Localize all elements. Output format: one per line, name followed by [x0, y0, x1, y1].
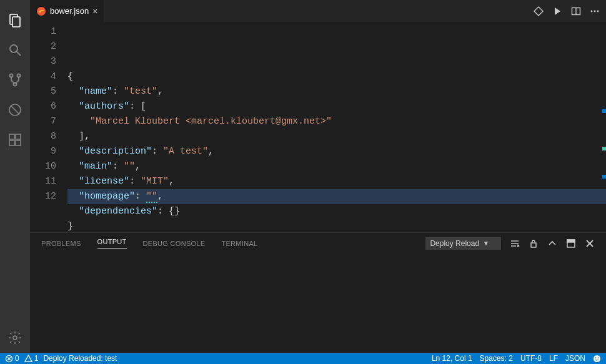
compare-changes-icon[interactable]: [534, 6, 544, 16]
panel-tab-output[interactable]: OUTPUT: [97, 238, 127, 248]
line-number: 12: [30, 189, 56, 204]
code-line: "authors": [: [67, 99, 606, 114]
line-number: 7: [30, 114, 56, 129]
code-line: "description": "A test",: [67, 144, 606, 159]
svg-point-4: [10, 74, 13, 77]
svg-rect-11: [9, 140, 14, 145]
source-control-icon[interactable]: [0, 65, 30, 95]
line-number: 1: [30, 24, 56, 39]
panel-tab-terminal[interactable]: TERMINAL: [221, 240, 257, 247]
svg-point-33: [594, 355, 600, 362]
clear-output-icon[interactable]: [510, 239, 520, 248]
status-ln-col[interactable]: Ln 12, Col 1: [432, 354, 472, 363]
editor-actions: [534, 0, 606, 22]
settings-gear-icon[interactable]: [0, 323, 30, 353]
output-body[interactable]: [30, 253, 606, 353]
line-number-gutter: 123456789101112: [30, 22, 67, 232]
code-line: "license": "MIT",: [67, 174, 606, 189]
status-warnings[interactable]: 1: [24, 354, 39, 363]
svg-point-2: [10, 45, 17, 52]
bower-file-icon: [36, 6, 46, 16]
status-encoding[interactable]: UTF-8: [520, 354, 542, 363]
editor-group: bower.json × 123456789101112: [30, 0, 606, 353]
svg-line-3: [17, 52, 21, 56]
line-number: 11: [30, 174, 56, 189]
line-number: 9: [30, 144, 56, 159]
bottom-panel: PROBLEMS OUTPUT DEBUG CONSOLE TERMINAL D…: [30, 232, 606, 353]
line-number: 6: [30, 99, 56, 114]
svg-rect-1: [12, 17, 20, 27]
code-line: "Marcel Kloubert <marcel.kloubert@gmx.ne…: [67, 114, 606, 129]
svg-rect-9: [9, 134, 14, 139]
panel-tab-bar: PROBLEMS OUTPUT DEBUG CONSOLE TERMINAL D…: [30, 233, 606, 253]
status-bar: 0 1 Deploy Reloaded: test Ln 12, Col 1 S…: [0, 353, 606, 364]
panel-tab-debug-console[interactable]: DEBUG CONSOLE: [143, 240, 206, 247]
close-panel-icon[interactable]: [585, 239, 595, 248]
svg-rect-12: [16, 140, 21, 145]
svg-rect-27: [567, 240, 575, 242]
code-line: }: [67, 219, 606, 232]
code-editor[interactable]: 123456789101112 { "name": "test", "autho…: [30, 22, 606, 232]
code-line: ],: [67, 129, 606, 144]
split-editor-icon[interactable]: [571, 6, 581, 16]
lock-scroll-icon[interactable]: [529, 239, 539, 248]
output-channel-select[interactable]: Deploy Reload ▼: [425, 237, 501, 250]
line-number: 10: [30, 159, 56, 174]
svg-rect-25: [531, 243, 536, 247]
explorer-icon[interactable]: [0, 5, 30, 35]
code-line: "dependencies": {}: [67, 204, 606, 219]
output-channel-label: Deploy Reload: [430, 239, 479, 248]
svg-point-13: [13, 336, 17, 340]
svg-point-34: [595, 357, 597, 358]
more-actions-icon[interactable]: [590, 6, 600, 16]
status-feedback-icon[interactable]: [593, 355, 601, 363]
tab-bar: bower.json ×: [30, 0, 606, 22]
search-icon[interactable]: [0, 35, 30, 65]
code-line: "main": "",: [67, 159, 606, 174]
svg-point-35: [598, 357, 599, 358]
status-errors-count: 0: [15, 354, 19, 363]
status-eol[interactable]: LF: [549, 354, 558, 363]
status-language[interactable]: JSON: [565, 354, 585, 363]
editor-tab[interactable]: bower.json ×: [30, 0, 104, 22]
code-line: {: [67, 69, 606, 84]
status-warnings-count: 1: [34, 354, 39, 363]
tab-close-icon[interactable]: ×: [92, 7, 97, 16]
svg-point-19: [597, 10, 599, 12]
extensions-icon[interactable]: [0, 125, 30, 155]
line-number: 8: [30, 129, 56, 144]
tab-filename: bower.json: [50, 6, 89, 16]
activity-bar: [0, 0, 30, 353]
line-number: 3: [30, 54, 56, 69]
code-line: "homepage": "",: [67, 189, 606, 204]
status-errors[interactable]: 0: [5, 354, 19, 363]
svg-point-5: [17, 74, 21, 77]
svg-point-17: [591, 10, 593, 12]
line-number: 5: [30, 84, 56, 99]
line-number: 2: [30, 39, 56, 54]
status-task[interactable]: Deploy Reloaded: test: [43, 354, 117, 363]
svg-line-8: [11, 106, 19, 114]
panel-tab-problems[interactable]: PROBLEMS: [41, 240, 81, 247]
line-number: 4: [30, 69, 56, 84]
debug-icon[interactable]: [0, 95, 30, 125]
collapse-panel-icon[interactable]: [547, 239, 557, 248]
status-indent[interactable]: Spaces: 2: [480, 354, 513, 363]
code-line: "name": "test",: [67, 84, 606, 99]
run-icon[interactable]: [552, 6, 562, 16]
svg-point-6: [14, 83, 17, 86]
chevron-down-icon: ▼: [483, 240, 489, 247]
maximize-panel-icon[interactable]: [566, 239, 576, 248]
svg-point-18: [594, 10, 596, 12]
svg-rect-10: [16, 134, 21, 139]
